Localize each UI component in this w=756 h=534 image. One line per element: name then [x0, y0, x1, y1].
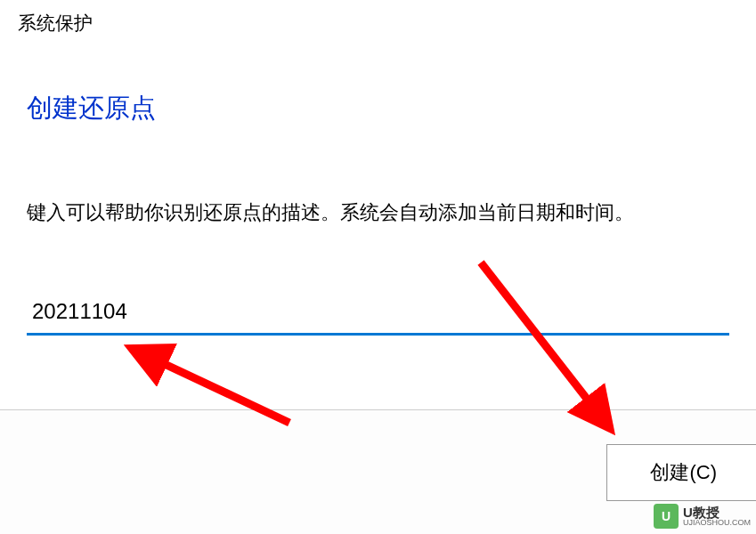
- restore-point-description: 键入可以帮助你识别还原点的描述。系统会自动添加当前日期和时间。: [27, 198, 729, 227]
- restore-point-name-input[interactable]: [27, 289, 729, 336]
- watermark-main-text: U教授: [683, 506, 751, 519]
- watermark-sub-text: UJIAOSHOU.COM: [683, 519, 751, 527]
- watermark-logo-icon: U: [654, 504, 679, 529]
- watermark-text: U教授 UJIAOSHOU.COM: [683, 506, 751, 527]
- button-area: 创建(C): [0, 409, 756, 534]
- create-restore-point-heading: 创建还原点: [27, 91, 729, 126]
- watermark: U U教授 UJIAOSHOU.COM: [654, 504, 751, 529]
- dialog-title: 系统保护: [0, 0, 756, 46]
- input-wrapper: [27, 289, 729, 336]
- create-button[interactable]: 创建(C): [606, 444, 756, 501]
- dialog-content: 创建还原点 键入可以帮助你识别还原点的描述。系统会自动添加当前日期和时间。: [0, 46, 756, 336]
- system-protection-dialog: 系统保护 创建还原点 键入可以帮助你识别还原点的描述。系统会自动添加当前日期和时…: [0, 0, 756, 534]
